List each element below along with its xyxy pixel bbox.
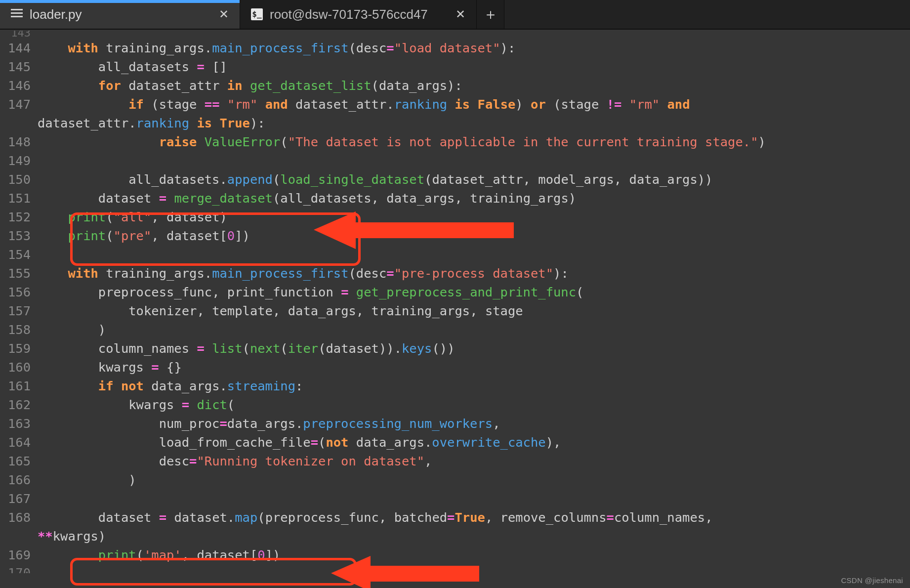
code-line[interactable]: load_from_cache_file=(not data_args.over… bbox=[35, 433, 910, 452]
tab-label: loader.py bbox=[30, 7, 212, 22]
line-number: 147 bbox=[0, 95, 35, 114]
code-line[interactable]: dataset = merge_dataset(all_datasets, da… bbox=[35, 189, 910, 208]
line-number: 148 bbox=[0, 132, 35, 151]
tab-bar: loader.py ✕ $_ root@dsw-70173-576ccd47 ✕… bbox=[0, 0, 910, 30]
code-line[interactable]: all_datasets = [] bbox=[35, 57, 910, 76]
code-line[interactable]: print("all", dataset) bbox=[35, 208, 910, 226]
code-line[interactable]: column_names = list(next(iter(dataset)).… bbox=[35, 339, 910, 358]
code-line[interactable] bbox=[35, 489, 910, 508]
code-line[interactable]: preprocess_func, print_function = get_pr… bbox=[35, 283, 910, 301]
code-line[interactable]: with training_args.main_process_first(de… bbox=[35, 39, 910, 57]
line-number: 159 bbox=[0, 339, 35, 358]
line-number: 158 bbox=[0, 320, 35, 339]
line-number bbox=[0, 114, 35, 132]
line-number: 152 bbox=[0, 208, 35, 226]
line-number: 156 bbox=[0, 283, 35, 301]
code-line[interactable]: for dataset_attr in get_dataset_list(dat… bbox=[35, 76, 910, 95]
tab-terminal[interactable]: $_ root@dsw-70173-576ccd47 ✕ bbox=[240, 0, 477, 29]
svg-rect-0 bbox=[11, 9, 23, 10]
menu-icon bbox=[11, 7, 23, 22]
line-number: 155 bbox=[0, 264, 35, 283]
new-tab-button[interactable]: ＋ bbox=[477, 0, 504, 29]
svg-rect-1 bbox=[11, 12, 23, 14]
code-line[interactable]: dataset = dataset.map(preprocess_func, b… bbox=[35, 508, 910, 527]
code-line[interactable]: kwargs = dict( bbox=[35, 395, 910, 414]
close-icon[interactable]: ✕ bbox=[219, 8, 229, 20]
line-number: 154 bbox=[0, 245, 35, 264]
svg-rect-2 bbox=[11, 16, 23, 17]
code-line[interactable]: if not data_args.streaming: bbox=[35, 377, 910, 395]
code-line[interactable]: num_proc=data_args.preprocessing_num_wor… bbox=[35, 414, 910, 433]
line-number: 150 bbox=[0, 170, 35, 189]
tab-label: root@dsw-70173-576ccd47 bbox=[270, 7, 449, 22]
code-line[interactable] bbox=[35, 151, 910, 170]
line-number: 160 bbox=[0, 358, 35, 377]
code-line[interactable]: ) bbox=[35, 320, 910, 339]
line-number: 153 bbox=[0, 226, 35, 245]
tabbar-spacer bbox=[504, 0, 910, 29]
line-number: 167 bbox=[0, 489, 35, 508]
code-line[interactable]: print("pre", dataset[0]) bbox=[35, 226, 910, 245]
line-number: 145 bbox=[0, 57, 35, 76]
line-number bbox=[0, 527, 35, 546]
line-number: 162 bbox=[0, 395, 35, 414]
code-line[interactable]: kwargs = {} bbox=[35, 358, 910, 377]
line-number: 166 bbox=[0, 470, 35, 489]
line-number-gutter: 1431441451461471481491501511521531541551… bbox=[0, 30, 35, 588]
code-line[interactable]: if (stage == "rm" and dataset_attr.ranki… bbox=[35, 95, 910, 114]
line-number: 164 bbox=[0, 433, 35, 452]
watermark: CSDN @jieshenai bbox=[841, 577, 903, 584]
terminal-icon: $_ bbox=[251, 8, 263, 20]
code-line[interactable]: ) bbox=[35, 470, 910, 489]
active-tab-indicator bbox=[0, 0, 240, 3]
tab-loader-py[interactable]: loader.py ✕ bbox=[0, 0, 240, 29]
line-number: 169 bbox=[0, 546, 35, 564]
line-number: 161 bbox=[0, 377, 35, 395]
line-number: 144 bbox=[0, 39, 35, 57]
code-line[interactable]: print('map', dataset[0]) bbox=[35, 546, 910, 564]
code-line[interactable]: tokenizer, template, data_args, training… bbox=[35, 301, 910, 320]
line-number: 163 bbox=[0, 414, 35, 433]
code-editor[interactable]: 1431441451461471481491501511521531541551… bbox=[0, 30, 910, 588]
line-number: 151 bbox=[0, 189, 35, 208]
code-line[interactable]: desc="Running tokenizer on dataset", bbox=[35, 452, 910, 470]
line-number: 165 bbox=[0, 452, 35, 470]
line-number: 149 bbox=[0, 151, 35, 170]
code-line[interactable]: **kwargs) bbox=[35, 527, 910, 546]
line-number: 157 bbox=[0, 301, 35, 320]
close-icon[interactable]: ✕ bbox=[455, 8, 465, 20]
code-line[interactable]: dataset_attr.ranking is True): bbox=[35, 114, 910, 132]
code-line[interactable]: raise ValueError("The dataset is not app… bbox=[35, 132, 910, 151]
code-area[interactable]: with training_args.main_process_first(de… bbox=[35, 30, 910, 588]
line-number: 146 bbox=[0, 76, 35, 95]
code-line[interactable] bbox=[35, 245, 910, 264]
line-number: 168 bbox=[0, 508, 35, 527]
code-line[interactable]: all_datasets.append(load_single_dataset(… bbox=[35, 170, 910, 189]
code-line[interactable]: with training_args.main_process_first(de… bbox=[35, 264, 910, 283]
